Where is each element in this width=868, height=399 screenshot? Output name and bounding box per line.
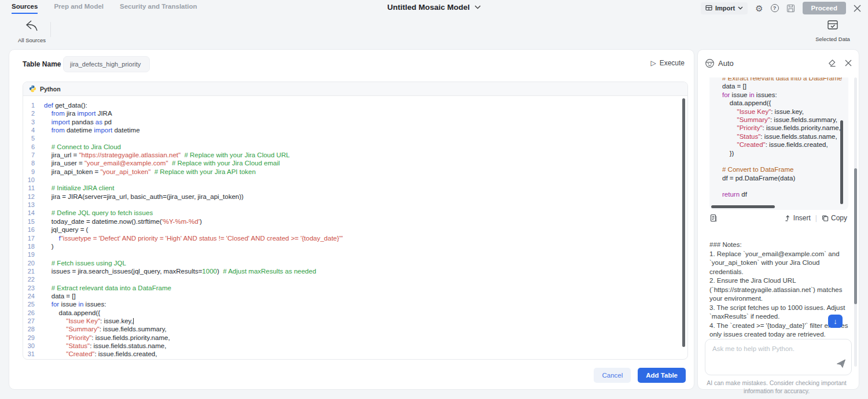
assistant-code-line xyxy=(722,182,848,190)
code-line[interactable]: 29 "Priority": issue.fields.priority.nam… xyxy=(23,334,687,342)
assistant-code-line: for issue in issues: xyxy=(722,91,848,99)
code-line[interactable]: 22 xyxy=(23,275,687,283)
tab-prep-and-model[interactable]: Prep and Model xyxy=(54,3,104,13)
top-controls: Import ⚙ ? Proceed xyxy=(701,2,861,14)
assistant-code-line: # Extract relevant data into a DataFrame xyxy=(722,77,848,82)
code-line[interactable]: 18 ) xyxy=(23,242,687,250)
assistant-close-icon[interactable] xyxy=(845,60,852,66)
assistant-code-line: # Convert to DataFrame xyxy=(722,165,848,173)
assistant-code-line: "Issue Key": issue.key, xyxy=(722,108,848,116)
insert-label: Insert xyxy=(793,214,811,222)
execute-button[interactable]: ▷ Execute xyxy=(650,59,685,67)
tab-sources[interactable]: Sources xyxy=(12,3,38,14)
assistant-code-line: "Created": issue.fields.created, xyxy=(722,141,848,149)
window-close-icon[interactable] xyxy=(854,5,861,12)
code-line[interactable]: 21 issues = jira.search_issues(jql_query… xyxy=(23,267,687,275)
code-line[interactable]: 27 "Issue Key": issue.key, xyxy=(23,317,687,325)
code-line[interactable]: 30 "Status": issue.fields.status.name, xyxy=(23,342,687,350)
app-window: Sources Prep and Model Security and Tran… xyxy=(0,0,868,399)
code-line[interactable]: 14 # Define JQL query to fetch issues xyxy=(23,209,687,217)
import-button[interactable]: Import xyxy=(701,2,748,14)
save-icon[interactable] xyxy=(786,4,795,13)
table-name-input[interactable] xyxy=(63,56,150,72)
insert-button[interactable]: Insert xyxy=(784,214,811,222)
selected-data-label: Selected Data xyxy=(812,36,853,42)
assistant-code: # Extract relevant data into a DataFrame… xyxy=(722,77,848,199)
send-icon[interactable] xyxy=(836,359,846,371)
code-editor-header: Python xyxy=(23,82,687,96)
eraser-icon[interactable] xyxy=(828,59,836,67)
note-item: 3. The script fetches up to 1000 issues.… xyxy=(709,304,848,322)
code-line[interactable]: 26 data.append({ xyxy=(23,309,687,317)
code-line[interactable]: 17 f"issuetype = 'Defect' AND priority =… xyxy=(23,234,687,242)
assistant-code-line: "Priority": issue.fields.priority.name, xyxy=(722,124,848,132)
assistant-code-block[interactable]: # Extract relevant data into a DataFrame… xyxy=(709,77,848,210)
code-line[interactable]: 24 data = [] xyxy=(23,292,687,300)
assistant-code-line: data = [] xyxy=(722,82,848,90)
code-editor[interactable]: Python 1def get_data():2 from jira impor… xyxy=(23,82,688,360)
code-line[interactable]: 19 xyxy=(23,250,687,258)
assistant-scrollbar-thumb[interactable] xyxy=(854,168,857,304)
editor-vertical-scrollbar[interactable] xyxy=(682,98,685,347)
code-line[interactable]: 7 jira_url = "https://strategyagile.atla… xyxy=(23,151,687,159)
code-line[interactable]: 8 jira_user = "your_email@example.com" #… xyxy=(23,159,687,167)
cancel-button[interactable]: Cancel xyxy=(594,368,631,383)
code-line[interactable]: 16 jql_query = ( xyxy=(23,226,687,234)
code-line[interactable]: 11 # Initialize JIRA client xyxy=(23,184,687,192)
robot-icon xyxy=(705,58,715,68)
assistant-code-line: df = pd.DataFrame(data) xyxy=(722,174,848,182)
assistant-code-vertical-scrollbar[interactable] xyxy=(840,120,843,204)
note-item: 2. Ensure the Jira Cloud URL (`https://s… xyxy=(709,276,848,304)
code-line[interactable]: 1def get_data(): xyxy=(23,101,687,109)
response-doc-icon[interactable] xyxy=(709,214,718,222)
assistant-notes: ### Notes:1. Replace `your_email@example… xyxy=(709,241,848,348)
code-line[interactable]: 5 xyxy=(23,134,687,142)
code-line[interactable]: 6 # Connect to Jira Cloud xyxy=(23,143,687,151)
selected-data-box-check-icon xyxy=(826,19,839,32)
code-line[interactable]: 25 for issue in issues: xyxy=(23,300,687,308)
chat-input[interactable] xyxy=(705,339,851,364)
code-line[interactable]: 4 from datetime import datetime xyxy=(23,126,687,134)
assistant-code-line: data.append({ xyxy=(722,99,848,107)
code-area[interactable]: 1def get_data():2 from jira import JIRA3… xyxy=(23,96,687,359)
settings-gear-icon[interactable]: ⚙ xyxy=(755,4,763,13)
note-item: 4. The `created >= '{today_date}'` filte… xyxy=(709,322,848,339)
code-line[interactable]: 10 xyxy=(23,176,687,184)
code-line[interactable]: 23 # Extract relevant data into a DataFr… xyxy=(23,284,687,292)
code-line[interactable]: 31 "Created": issue.fields.created, xyxy=(23,350,687,358)
title-chevron-down-icon[interactable] xyxy=(475,5,481,9)
help-icon[interactable]: ? xyxy=(771,4,779,12)
proceed-button[interactable]: Proceed xyxy=(803,2,846,14)
ai-disclaimer: AI can make mistakes. Consider checking … xyxy=(703,379,851,395)
toolbar-divider xyxy=(50,22,51,37)
python-logo-icon xyxy=(29,85,36,93)
code-line[interactable]: 9 jira_api_token = "your_api_token" # Re… xyxy=(23,168,687,176)
scroll-to-bottom-button[interactable]: ↓ xyxy=(828,315,843,328)
language-label: Python xyxy=(40,86,61,93)
assistant-header: Auto xyxy=(705,50,852,76)
all-sources-button[interactable]: All Sources xyxy=(15,19,49,43)
selected-data-button[interactable]: Selected Data xyxy=(812,19,853,42)
main-tabs: Sources Prep and Model Security and Tran… xyxy=(12,3,197,14)
execute-label: Execute xyxy=(660,59,685,67)
note-item: ### Notes: xyxy=(709,241,848,250)
code-line[interactable]: 12 jira = JIRA(server=jira_url, basic_au… xyxy=(23,193,687,201)
assistant-code-line: return df xyxy=(722,190,848,198)
actions-separator: | xyxy=(815,214,817,222)
assistant-code-line: "Status": issue.fields.status.name, xyxy=(722,132,848,141)
assistant-code-line: }) xyxy=(722,149,848,157)
import-chevron-down-icon xyxy=(738,6,743,10)
code-line[interactable]: 15 today_date = datetime.now().strftime(… xyxy=(23,217,687,226)
assistant-title: Auto xyxy=(718,59,734,68)
assistant-code-horizontal-scrollbar[interactable] xyxy=(711,205,775,208)
code-line[interactable]: 13 xyxy=(23,201,687,209)
code-line[interactable]: 20 # Fetch issues using JQL xyxy=(23,259,687,267)
code-line[interactable]: 28 "Summary": issue.fields.summary, xyxy=(23,325,687,333)
tab-security-and-translation[interactable]: Security and Translation xyxy=(120,3,197,13)
form-actions: Cancel Add Table xyxy=(594,368,686,383)
table-name-label: Table Name xyxy=(23,60,61,68)
code-line[interactable]: 2 from jira import JIRA xyxy=(23,109,687,117)
code-line[interactable]: 3 import pandas as pd xyxy=(23,118,687,126)
copy-button[interactable]: Copy xyxy=(822,214,847,222)
add-table-button[interactable]: Add Table xyxy=(638,368,686,383)
